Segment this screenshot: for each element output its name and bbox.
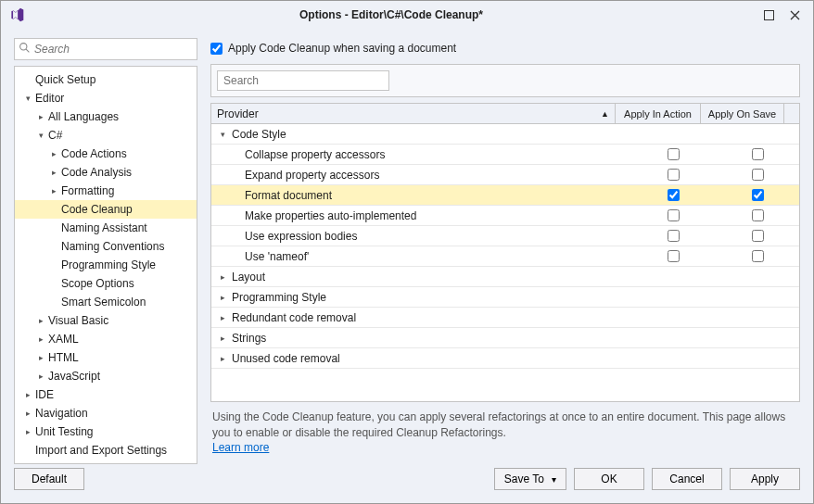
tree-item[interactable]: Code Cleanup xyxy=(15,200,197,219)
tree-item-label: Programming Style xyxy=(61,258,156,271)
tree-item[interactable]: ▸Visual Basic xyxy=(15,311,197,330)
apply-on-save-checkbox[interactable] xyxy=(210,43,223,55)
tree-item[interactable]: ▸XAML xyxy=(15,330,197,348)
grid-row[interactable]: Use expression bodies xyxy=(211,226,799,246)
column-provider[interactable]: Provider ▲ xyxy=(211,104,616,123)
grid-group-row[interactable]: ▾ Code Style xyxy=(211,124,799,145)
apply-in-action-checkbox[interactable] xyxy=(668,209,680,221)
tree-item-label: XAML xyxy=(48,333,79,346)
grid-row[interactable]: Format document xyxy=(211,185,799,206)
chevron-right-icon[interactable]: ▸ xyxy=(217,313,228,322)
cancel-button[interactable]: Cancel xyxy=(652,468,722,490)
apply-in-action-checkbox[interactable] xyxy=(668,230,680,242)
grid-group-row[interactable]: ▸ Programming Style xyxy=(211,287,799,308)
tree-item[interactable]: ▸Navigation xyxy=(15,404,197,422)
apply-in-action-checkbox[interactable] xyxy=(668,250,680,262)
tree-item[interactable]: Programming Style xyxy=(15,256,197,274)
chevron-right-icon[interactable]: ▸ xyxy=(48,168,59,177)
chevron-down-icon[interactable]: ▾ xyxy=(22,94,33,103)
tree-item[interactable]: Smart Semicolon xyxy=(15,293,197,311)
chevron-right-icon[interactable]: ▸ xyxy=(35,112,46,121)
grid-row[interactable]: Make properties auto-implemented xyxy=(211,206,799,226)
tree-item[interactable]: ▾C# xyxy=(15,126,197,145)
tree-item[interactable]: Naming Conventions xyxy=(15,237,197,256)
tree-item[interactable]: ▸All Languages xyxy=(15,107,197,126)
chevron-right-icon[interactable]: ▸ xyxy=(48,149,59,158)
save-to-button[interactable]: Save To xyxy=(494,468,566,490)
apply-in-action-checkbox[interactable] xyxy=(668,189,680,201)
maximize-button[interactable] xyxy=(756,5,782,25)
apply-on-save-checkbox[interactable] xyxy=(752,209,764,221)
chevron-right-icon[interactable]: ▸ xyxy=(22,409,33,418)
apply-in-action-checkbox[interactable] xyxy=(668,169,680,181)
column-apply-in-action[interactable]: Apply In Action xyxy=(616,104,701,123)
grid-row[interactable]: Use 'nameof' xyxy=(211,246,799,267)
column-apply-on-save[interactable]: Apply On Save xyxy=(701,104,784,123)
apply-on-save-checkbox[interactable] xyxy=(752,250,764,262)
tree-item-label: Naming Conventions xyxy=(61,240,164,253)
apply-in-action-checkbox[interactable] xyxy=(668,148,680,160)
chevron-down-icon[interactable]: ▾ xyxy=(35,131,46,140)
provider-search-input[interactable] xyxy=(217,70,389,91)
apply-on-save-checkbox[interactable] xyxy=(752,169,764,181)
chevron-right-icon[interactable]: ▸ xyxy=(35,353,46,362)
chevron-right-icon[interactable]: ▸ xyxy=(22,390,33,399)
grid-group-row[interactable]: ▸ Redundant code removal xyxy=(211,308,799,328)
tree-item-label: HTML xyxy=(48,351,79,364)
close-button[interactable] xyxy=(782,5,808,25)
apply-button[interactable]: Apply xyxy=(730,468,800,490)
provider-grid: Provider ▲ Apply In Action Apply On Save… xyxy=(210,103,800,402)
tree-item[interactable]: Quick Setup xyxy=(15,70,197,89)
tree-item-label: IDE xyxy=(35,388,54,401)
tree-item[interactable]: Naming Assistant xyxy=(15,219,197,237)
chevron-right-icon[interactable]: ▸ xyxy=(35,316,46,325)
svg-rect-0 xyxy=(764,10,773,19)
tree-item[interactable]: ▸HTML xyxy=(15,348,197,367)
chevron-right-icon[interactable]: ▸ xyxy=(217,293,228,302)
learn-more-link[interactable]: Learn more xyxy=(212,441,269,454)
tree-item[interactable]: Scope Options xyxy=(15,274,197,293)
tree-item[interactable]: Import and Export Settings xyxy=(15,441,197,460)
chevron-right-icon[interactable]: ▸ xyxy=(35,372,46,381)
chevron-right-icon[interactable]: ▸ xyxy=(35,334,46,344)
default-button[interactable]: Default xyxy=(14,468,84,490)
grid-group-row[interactable]: ▸ Strings xyxy=(211,328,799,348)
tree-item[interactable]: ▸Formatting xyxy=(15,182,197,200)
svg-line-2 xyxy=(26,49,29,52)
tree-search-input[interactable] xyxy=(34,43,193,56)
tree-item[interactable]: ▸Code Analysis xyxy=(15,163,197,182)
tree-item-label: Quick Setup xyxy=(35,73,95,86)
tree-item[interactable]: ▸Unit Testing xyxy=(15,422,197,441)
grid-group-row[interactable]: ▸ Layout xyxy=(211,267,799,287)
tree-item[interactable]: ▾Editor xyxy=(15,89,197,107)
provider-label: Unused code removal xyxy=(232,352,340,365)
chevron-right-icon[interactable]: ▸ xyxy=(217,272,228,282)
tree-item[interactable]: ▸IDE xyxy=(15,385,197,404)
tree-item[interactable]: ▸JavaScript xyxy=(15,367,197,385)
chevron-right-icon[interactable]: ▸ xyxy=(217,334,228,343)
apply-on-save-checkbox[interactable] xyxy=(752,148,764,160)
grid-row[interactable]: Expand property accessors xyxy=(211,165,799,185)
chevron-right-icon[interactable]: ▸ xyxy=(22,427,33,436)
grid-row[interactable]: Collapse property accessors xyxy=(211,145,799,165)
provider-label: Use expression bodies xyxy=(245,230,357,243)
tree-search-box[interactable] xyxy=(14,38,197,60)
tree-item-label: All Languages xyxy=(48,110,119,123)
grid-header: Provider ▲ Apply In Action Apply On Save xyxy=(211,104,799,124)
apply-on-save-checkbox[interactable] xyxy=(752,230,764,242)
tree-item-label: Naming Assistant xyxy=(61,221,147,234)
chevron-right-icon[interactable]: ▸ xyxy=(217,354,228,363)
grid-group-row[interactable]: ▸ Unused code removal xyxy=(211,348,799,369)
provider-label: Strings xyxy=(232,332,266,345)
options-tree[interactable]: Quick Setup▾Editor▸All Languages▾C#▸Code… xyxy=(14,66,197,464)
grid-body[interactable]: ▾ Code StyleCollapse property accessorsE… xyxy=(211,124,799,401)
chevron-right-icon[interactable]: ▸ xyxy=(48,186,59,195)
tree-item-label: Code Analysis xyxy=(61,166,132,179)
tree-item[interactable]: ▸Code Actions xyxy=(15,145,197,163)
apply-on-save-row[interactable]: Apply Code Cleanup when saving a documen… xyxy=(210,38,800,58)
chevron-down-icon[interactable]: ▾ xyxy=(217,130,228,139)
app-icon xyxy=(6,5,27,25)
tree-item-label: Navigation xyxy=(35,407,88,420)
apply-on-save-checkbox[interactable] xyxy=(752,189,764,201)
ok-button[interactable]: OK xyxy=(574,468,644,490)
